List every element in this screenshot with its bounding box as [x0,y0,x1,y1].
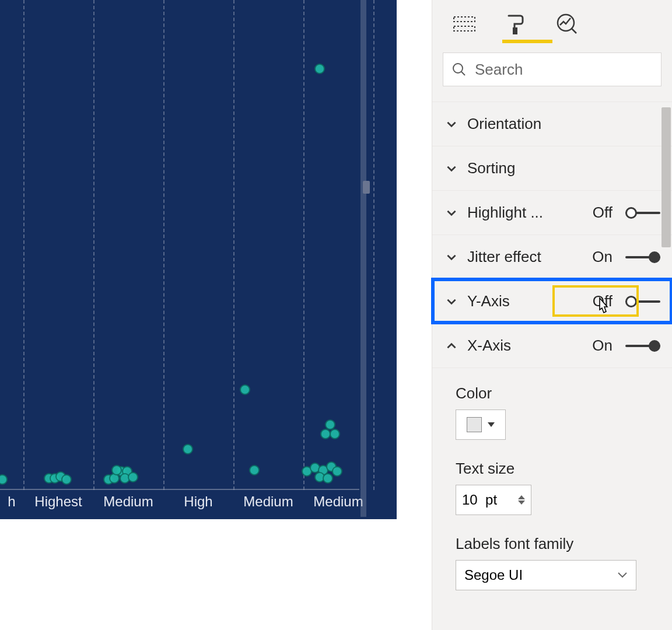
x-axis-tick-label: Medium [93,494,163,517]
data-point[interactable] [332,466,342,477]
format-tab-icon[interactable] [503,12,528,36]
format-sections: Orientation Sorting Highlight ... Off Ji… [432,102,672,602]
toggle-state-text: On [592,248,612,266]
column-divider [163,0,164,490]
svg-rect-2 [513,27,517,34]
data-point[interactable] [330,429,340,439]
data-point[interactable] [240,384,250,395]
x-axis-line [0,489,359,490]
section-label: Highlight ... [467,204,583,222]
chevron-down-icon [488,422,495,427]
section-label: X-Axis [467,337,583,355]
chevron-up-icon [445,340,458,352]
section-label: Y-Axis [467,292,583,310]
section-orientation[interactable]: Orientation [432,102,672,146]
section-jitter[interactable]: Jitter effect On [432,235,672,279]
svg-rect-0 [454,17,475,22]
y-axis-toggle[interactable] [625,296,660,307]
active-tab-indicator [502,40,552,43]
font-family-value: Segoe UI [464,567,523,583]
chevron-down-icon [617,572,628,579]
scatter-plot [0,0,359,490]
search-input[interactable]: Search [443,52,662,86]
column-divider [233,0,235,490]
chevron-down-icon [445,206,458,219]
format-pane-tabs [432,0,672,40]
section-sorting[interactable]: Sorting [432,146,672,190]
panel-scrollbar-thumb[interactable] [662,107,671,247]
chevron-down-icon [445,118,458,131]
x-axis-tick-label: Highest [23,494,93,517]
chevron-down-icon [445,162,458,175]
jitter-toggle[interactable] [625,251,660,263]
text-size-label: Text size [456,460,659,478]
highlight-toggle[interactable] [625,207,660,219]
section-label: Orientation [467,115,660,133]
svg-rect-1 [454,26,475,31]
color-label: Color [456,384,659,402]
data-point[interactable] [249,465,260,475]
color-picker[interactable] [456,410,506,440]
data-point[interactable] [323,473,333,484]
x-axis-tick-label: High [163,494,233,517]
data-point[interactable] [128,472,138,482]
column-divider [93,0,94,490]
search-placeholder: Search [475,61,523,79]
color-swatch [467,417,482,432]
section-y-axis[interactable]: Y-Axis Off [432,279,672,323]
data-point[interactable] [61,474,72,485]
text-size-input[interactable]: 10 pt [456,485,531,515]
format-pane: Search Orientation Sorting Highlight ...… [432,0,672,630]
data-point[interactable] [111,465,122,475]
chevron-down-icon [445,251,458,264]
x-axis-tick-label: Medium [233,494,303,517]
x-axis-settings: Color Text size 10 pt Labels font family… [432,368,672,602]
data-point[interactable] [314,64,325,74]
chart-scrollbar-thumb[interactable] [363,181,370,194]
cursor-pointer-icon [594,297,612,319]
text-size-value: 10 [462,492,478,508]
data-point[interactable] [0,474,8,485]
x-axis-labels: hHighestMediumHighMediumMedium [0,494,359,517]
section-label: Jitter effect [467,248,583,266]
spinner-buttons[interactable] [518,495,525,505]
data-point[interactable] [183,444,193,454]
search-icon [452,62,467,77]
visualization-canvas: hHighestMediumHighMediumMedium [0,0,432,630]
column-divider [23,0,24,490]
svg-point-4 [453,64,463,73]
font-family-select[interactable]: Segoe UI [456,560,636,590]
x-axis-toggle[interactable] [625,340,660,352]
column-divider [373,0,374,490]
chart-plot-area[interactable]: hHighestMediumHighMediumMedium [0,0,397,519]
toggle-state-text: Off [593,204,612,222]
x-axis-tick-label: h [0,494,23,517]
chevron-down-icon [445,295,458,308]
text-size-unit: pt [485,492,497,508]
fields-tab-icon[interactable] [452,12,477,36]
section-x-axis[interactable]: X-Axis On [432,323,672,368]
section-label: Sorting [467,159,660,177]
column-divider [303,0,304,490]
chart-scrollbar[interactable] [363,0,370,518]
font-family-label: Labels font family [456,535,659,553]
section-highlight[interactable]: Highlight ... Off [432,190,672,235]
toggle-state-text: On [592,337,612,355]
analytics-tab-icon[interactable] [555,12,579,36]
